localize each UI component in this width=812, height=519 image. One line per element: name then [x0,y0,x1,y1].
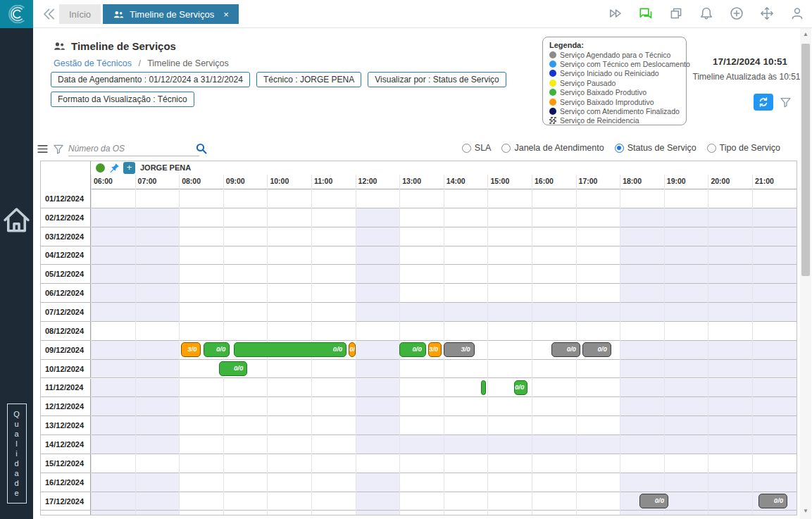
notifications-bell-icon[interactable] [699,6,714,21]
app-logo[interactable] [0,0,33,28]
hour-label: 13:00 [402,177,421,185]
grid-filter-icon[interactable] [52,143,65,156]
app-window: Início Timeline de Serviços × Qualidade … [0,0,812,519]
timeline-grid: + JORGE PENA 06:0007:0008:0009:0010:0011… [40,161,797,515]
legend-color-dot [549,70,556,77]
tab-timeline-de-servicos[interactable]: Timeline de Serviços × [103,4,239,24]
legend-box: Legenda: Serviço Agendado para o Técnico… [542,37,687,125]
off-hours-shading [91,416,179,434]
legend-label: Serviço Iniciado ou Reiniciado [560,69,659,77]
service-bar-produtivo[interactable]: 0/0 [219,361,248,376]
tab-inicio[interactable]: Início [59,4,101,24]
service-bar-agendado[interactable]: 0/0 [582,342,611,357]
radio-dot[interactable] [462,144,471,153]
date-cell: 12/12/2024 [41,397,91,415]
off-hours-shading [91,473,179,492]
copy-windows-icon[interactable] [668,6,684,21]
home-icon[interactable] [0,38,33,402]
radio-status-de-serviço[interactable]: Status de Serviço [615,143,697,153]
date-cell: 07/12/2024 [41,303,91,321]
hours-header: 06:0007:0008:0009:0010:0011:0012:0013:00… [41,175,797,189]
timeline-row: 12/12/2024 [41,397,797,416]
service-bar-produtivo[interactable]: 0/0 [234,342,346,357]
scrollbar-thumb[interactable] [801,44,810,276]
date-cell: 11/12/2024 [41,379,91,397]
tab-close-icon[interactable]: × [223,9,229,20]
legend-label: Serviço com Atendimento Finalizado [560,107,680,115]
hour-label: 12:00 [358,177,377,185]
off-hours-shading [356,511,400,515]
off-hours-shading [356,492,400,511]
collapse-tabs-icon[interactable] [41,6,56,22]
hour-label: 06:00 [94,177,113,185]
hour-label: 11:00 [314,177,332,185]
filter-chip[interactable]: Visualizar por : Status de Serviço [368,72,506,87]
service-bar-produtivo[interactable] [481,380,486,395]
service-bar-produtivo[interactable]: 0/0 [399,342,426,357]
scroll-down-arrow[interactable]: ▼ [800,506,811,516]
service-bar-improdutivo[interactable]: 3/0 [428,342,442,357]
filter-icon[interactable] [779,96,792,109]
move-icon[interactable] [759,6,775,21]
date-cell: 09/12/2024 [41,341,91,359]
sidebar-item-qualidade[interactable]: Qualidade [7,404,27,504]
search-input[interactable] [68,141,199,156]
off-hours-shading [356,341,400,359]
menu-hamburger-icon[interactable] [37,143,49,155]
pin-icon[interactable] [109,162,120,173]
breadcrumb-parent-link[interactable]: Gestão de Técnicos [54,58,132,68]
off-hours-shading [620,511,796,515]
user-profile-icon[interactable] [789,6,805,21]
filter-chips-row-1: Data de Agendamento : 01/12/2024 a 31/12… [51,72,506,87]
legend-color-dot [549,89,556,96]
off-hours-shading [356,435,797,454]
filter-chips-row-2: Formato da Visualização : Técnico [51,92,194,107]
timeline-updated-text: Timeline Atualizada às 10:51 [687,72,806,82]
search-icon[interactable] [195,142,208,155]
off-hours-shading [620,246,796,265]
add-circle-icon[interactable] [729,6,744,21]
radio-dot[interactable] [615,144,624,153]
filter-chip[interactable]: Data de Agendamento : 01/12/2024 a 31/12… [51,72,250,87]
filter-chip[interactable]: Técnico : JORGE PENA [256,72,361,87]
filter-chip[interactable]: Formato da Visualização : Técnico [51,92,194,107]
legend-items: Serviço Agendado para o TécnicoServiço c… [549,50,680,125]
off-hours-shading [620,227,796,246]
radio-label: Tipo de Serviço [720,143,780,153]
timeline-row: 14/12/2024 [41,435,797,454]
service-bar-improdutivo[interactable]: 3/0 [181,342,201,357]
timeline-row: 16/12/2024 [41,473,797,492]
service-bar-agendado[interactable]: 0/0 [758,494,787,508]
service-bar-agendado[interactable]: 0/0 [551,342,580,357]
chat-icon[interactable] [638,6,654,21]
service-bar-improdutivo[interactable]: 0/0 [349,342,355,357]
timeline-row: 03/12/2024 [41,227,797,246]
service-bar-agendado[interactable]: 3/0 [444,342,475,357]
technician-name: JORGE PENA [140,163,191,172]
radio-janela-de-atendimento[interactable]: Janela de Atendimento [501,143,604,153]
off-hours-shading [620,473,796,492]
off-hours-shading [91,227,179,246]
date-cell: 03/12/2024 [41,227,91,246]
radio-dot[interactable] [501,144,511,153]
off-hours-shading [91,303,179,321]
add-service-button[interactable]: + [123,162,135,174]
breadcrumb: Gestão de Técnicos / Timeline de Serviço… [54,58,229,68]
service-bar-produtivo[interactable]: 0/0 [514,380,527,395]
off-hours-shading [620,397,796,415]
radio-dot[interactable] [707,144,716,153]
service-bar-produtivo[interactable]: 0/0 [204,342,230,357]
scroll-up-arrow[interactable]: ▲ [800,30,811,39]
current-datetime: 17/12/2024 10:51 [694,56,806,67]
service-bar-agendado[interactable]: 0/0 [639,494,668,508]
vertical-scrollbar[interactable]: ▲ ▼ [800,28,811,519]
legend-item: Serviço Pausado [549,78,680,87]
timeline-row: 06/12/2024 [41,284,797,303]
timeline-row: 01/12/2024 [41,189,797,208]
hour-label: 18:00 [623,177,642,185]
fast-forward-icon[interactable] [608,6,623,21]
refresh-button[interactable] [754,94,773,111]
radio-sla[interactable]: SLA [462,143,492,153]
hour-label: 10:00 [270,177,289,185]
radio-tipo-de-serviço[interactable]: Tipo de Serviço [707,143,780,153]
